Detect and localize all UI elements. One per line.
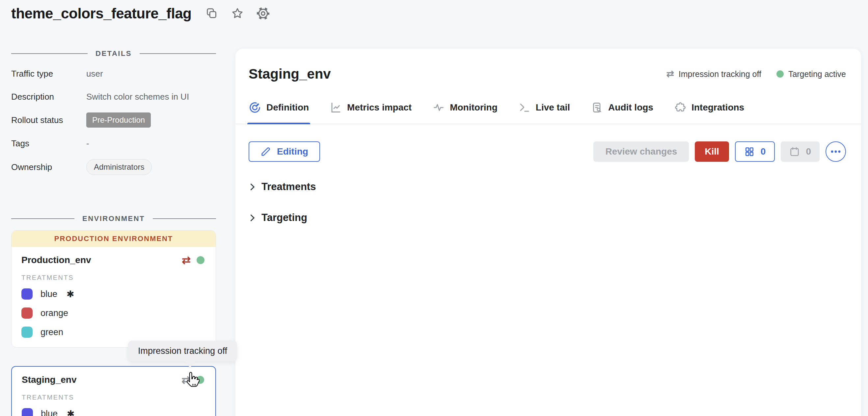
environment-detail-panel: Staging_env ⇄ Impression tracking off Ta…	[236, 49, 861, 416]
swap-arrows-icon: ⇄	[666, 69, 674, 79]
rollout-status-badge[interactable]: Pre-Production	[86, 112, 151, 128]
production-environment-banner: PRODUCTION ENVIRONMENT	[11, 231, 216, 247]
impression-tracking-tooltip: Impression tracking off	[128, 341, 237, 361]
review-changes-button[interactable]: Review changes	[593, 141, 689, 162]
grid-icon	[744, 146, 755, 157]
star-icon[interactable]	[230, 7, 244, 21]
detail-row-traffic-type: Traffic type user	[11, 66, 216, 81]
environment-title: Staging_env	[249, 65, 331, 83]
divider	[153, 218, 216, 219]
green-status-dot	[776, 70, 784, 78]
env-card-production[interactable]: PRODUCTION ENVIRONMENT Production_env ⇄ …	[11, 230, 216, 348]
default-treatment-icon: ✱	[66, 289, 74, 300]
copy-icon[interactable]	[205, 7, 219, 21]
section-treatments[interactable]: Treatments	[236, 181, 861, 193]
environment-heading: ENVIRONMENT	[11, 214, 216, 223]
detail-row-ownership: Ownership Administrators	[11, 159, 216, 175]
more-actions-button[interactable]	[826, 141, 846, 162]
gear-icon[interactable]	[256, 7, 270, 21]
treatment-row: orange	[22, 307, 205, 320]
toolbar: Editing Review changes Kill 0	[236, 141, 861, 162]
targeting-status: Targeting active	[776, 69, 846, 79]
tab-definition[interactable]: Definition	[249, 101, 309, 124]
tab-bar: Definition Metrics impact Monitoring Liv…	[236, 101, 861, 124]
treatment-row: green	[22, 325, 205, 339]
treatment-swatch	[22, 408, 33, 416]
hand-cursor	[186, 372, 199, 390]
detail-row-tags: Tags -	[11, 136, 216, 151]
editing-button[interactable]: Editing	[249, 141, 320, 162]
tab-integrations[interactable]: Integrations	[674, 101, 744, 124]
treatments-label: TREATMENTS	[22, 274, 205, 281]
treatment-swatch	[22, 308, 33, 319]
divider	[11, 53, 88, 54]
tab-audit-logs[interactable]: Audit logs	[591, 101, 653, 124]
tab-live-tail[interactable]: Live tail	[519, 101, 570, 124]
chevron-right-icon	[248, 214, 254, 221]
calendar-icon	[789, 146, 800, 157]
ellipsis-icon	[830, 150, 841, 153]
pencil-icon	[260, 146, 271, 157]
impression-tracking-icon[interactable]: ⇄	[182, 255, 191, 265]
ownership-chip[interactable]: Administrators	[86, 159, 152, 175]
section-targeting[interactable]: Targeting	[236, 212, 861, 223]
treatment-row: blue ✱	[22, 287, 205, 301]
env-name: Staging_env	[22, 375, 76, 385]
env-card-staging[interactable]: Staging_env ⇄ TREATMENTS blue ✱	[11, 366, 216, 416]
tab-monitoring[interactable]: Monitoring	[433, 101, 498, 124]
page-header: theme_colors_feature_flag	[0, 0, 868, 22]
treatment-row: blue ✱	[22, 407, 204, 416]
tab-metrics-impact[interactable]: Metrics impact	[330, 101, 412, 124]
treatment-swatch	[22, 326, 33, 338]
active-tab-underline	[247, 123, 310, 124]
treatments-label: TREATMENTS	[22, 394, 204, 401]
impression-tracking-status: ⇄ Impression tracking off	[666, 69, 761, 79]
treatment-swatch	[22, 288, 33, 300]
targeting-active-dot	[196, 256, 205, 264]
page-title: theme_colors_feature_flag	[11, 5, 192, 22]
divider	[11, 218, 74, 219]
chevron-right-icon	[248, 183, 254, 190]
tooltip-caret	[184, 361, 195, 368]
schedule-count-button[interactable]: 0	[781, 141, 819, 162]
detail-row-rollout-status: Rollout status Pre-Production	[11, 112, 216, 128]
detail-row-description: Description Switch color schemes in UI	[11, 90, 216, 104]
env-name: Production_env	[22, 255, 91, 265]
dashboards-count-button[interactable]: 0	[735, 141, 775, 162]
divider	[140, 53, 216, 54]
kill-button[interactable]: Kill	[695, 141, 729, 162]
default-treatment-icon: ✱	[67, 409, 74, 416]
details-heading: DETAILS	[11, 49, 216, 58]
